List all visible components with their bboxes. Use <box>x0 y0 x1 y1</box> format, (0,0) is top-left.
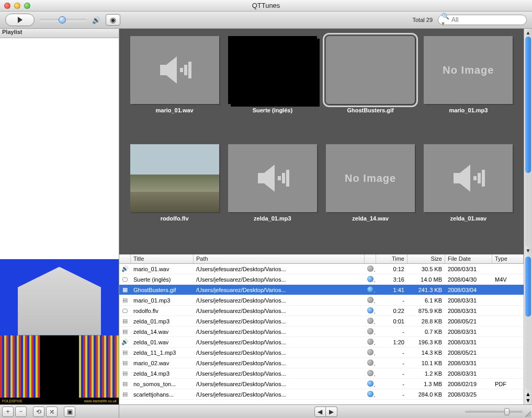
playlist-list[interactable] <box>0 38 119 259</box>
add-button[interactable]: ＋ <box>2 407 14 417</box>
row-kind-icon: 🔊 <box>119 264 131 273</box>
table-scroll-down-icon[interactable]: ▼ <box>525 397 531 403</box>
statusbar: ◀ ▶ <box>119 404 532 418</box>
col-title[interactable]: Title <box>131 254 194 263</box>
row-status <box>365 275 376 284</box>
remove-button[interactable]: － <box>15 407 27 417</box>
table-row[interactable]: 🖵Suerte (inglés)/Users/jefesuarez/Deskto… <box>119 274 524 285</box>
row-time: 1:20 <box>376 338 408 346</box>
resize-grip[interactable] <box>524 410 531 417</box>
row-type <box>492 362 524 364</box>
table-scroll-thumb[interactable] <box>525 257 531 317</box>
playlist-header: Playlist <box>0 29 119 38</box>
grid-thumbnail[interactable] <box>228 144 317 212</box>
zoom-thumb[interactable] <box>504 408 510 415</box>
table-scroll-up-icon[interactable]: ▲ <box>525 391 531 397</box>
row-size: 196.3 KB <box>408 338 445 346</box>
file-table: Title Path Time Size File Date Type 🔊mar… <box>119 254 532 404</box>
table-row[interactable]: ▤zelda_01.mp3/Users/jefesuarez/Desktop/V… <box>119 316 524 327</box>
table-row[interactable]: ▦GhostBusters.gif/Users/jefesuarez/Deskt… <box>119 285 524 295</box>
grid-item[interactable]: No Imagezelda_14.wav <box>323 144 418 250</box>
grid-thumbnail[interactable] <box>130 144 219 212</box>
play-button[interactable] <box>5 14 35 26</box>
no-image-label: No Image <box>443 64 494 76</box>
grid-thumbnail[interactable]: No Image <box>326 144 415 212</box>
grid-thumbnail[interactable] <box>424 144 513 212</box>
col-icon[interactable] <box>119 254 131 263</box>
grid-thumbnail[interactable] <box>130 36 219 104</box>
row-type <box>492 352 524 354</box>
table-row[interactable]: 🖵rodolfo.flv/Users/jefesuarez/Desktop/Va… <box>119 306 524 316</box>
grid-item[interactable]: rodolfo.flv <box>127 144 222 250</box>
table-scrollbar[interactable]: ▲ ▼ <box>524 254 532 404</box>
svg-marker-1 <box>166 56 177 84</box>
col-type[interactable]: Type <box>492 254 524 263</box>
toolbar: 🔊 ◉ Total 29 🔍▾ <box>0 11 532 29</box>
preview-footer-right: www.barbelith.co.uk <box>84 399 117 403</box>
row-size: 14.0 MB <box>408 275 445 284</box>
grid-thumbnail[interactable] <box>326 36 415 104</box>
table-row[interactable]: 🔊mario_01.wav/Users/jefesuarez/Desktop/V… <box>119 264 524 274</box>
fullscreen-button[interactable]: ▣ <box>64 407 75 417</box>
grid-item-label: mario_01.wav <box>156 107 194 113</box>
grid-item[interactable]: mario_01.wav <box>127 36 222 142</box>
row-kind-icon: ▤ <box>119 348 131 357</box>
preview-pane: FOLDSFIVE www.barbelith.co.uk <box>0 259 119 404</box>
col-time[interactable]: Time <box>376 254 408 263</box>
table-row[interactable]: ▤no_somos_ton.../Users/jefesuarez/Deskto… <box>119 379 524 389</box>
prev-button[interactable]: ◀ <box>314 407 326 417</box>
table-row[interactable]: ▤mario_01.mp3/Users/jefesuarez/Desktop/V… <box>119 295 524 306</box>
volume-thumb[interactable] <box>59 16 66 24</box>
row-time: - <box>376 328 408 336</box>
scroll-up-icon[interactable]: ▲ <box>526 30 531 36</box>
row-kind-icon: ▤ <box>119 369 131 378</box>
preview-footer-left: FOLDSFIVE <box>2 399 22 403</box>
col-path[interactable]: Path <box>194 254 365 263</box>
zoom-slider[interactable] <box>465 411 523 413</box>
shuffle-button[interactable]: ⤨ <box>46 407 58 417</box>
grid-item-label: zelda_01.wav <box>450 215 487 222</box>
svg-rect-13 <box>478 173 481 183</box>
grid-item-label: rodolfo.flv <box>161 215 189 222</box>
row-size: 1.3 MB <box>408 380 445 388</box>
repeat-button[interactable]: ⟲ <box>33 407 44 417</box>
col-status[interactable] <box>365 254 376 263</box>
grid-item[interactable]: zelda_01.wav <box>421 144 516 250</box>
table-header: Title Path Time Size File Date Type <box>119 254 524 264</box>
row-path: /Users/jefesuarez/Desktop/Varios... <box>194 380 365 388</box>
search-field[interactable]: 🔍▾ <box>438 15 527 25</box>
row-path: /Users/jefesuarez/Desktop/Varios... <box>194 265 365 273</box>
col-date[interactable]: File Date <box>445 254 492 263</box>
row-status <box>365 338 376 347</box>
grid-thumbnail[interactable]: No Image <box>424 36 513 104</box>
table-row[interactable]: ▤scarlettjohans.../Users/jefesuarez/Desk… <box>119 389 524 400</box>
search-input[interactable] <box>451 16 530 24</box>
table-row[interactable]: ▤mario_02.wav/Users/jefesuarez/Desktop/V… <box>119 358 524 368</box>
table-row[interactable]: 🔊zelda_01.wav/Users/jefesuarez/Desktop/V… <box>119 337 524 347</box>
row-title: scarlettjohans... <box>131 390 194 399</box>
table-row[interactable]: ▤zelda_14.mp3/Users/jefesuarez/Desktop/V… <box>119 368 524 379</box>
table-row[interactable]: ▤zelda_14.wav/Users/jefesuarez/Desktop/V… <box>119 327 524 337</box>
col-size[interactable]: Size <box>408 254 445 263</box>
preview-toggle-button[interactable]: ◉ <box>106 14 120 26</box>
row-path: /Users/jefesuarez/Desktop/Varios... <box>194 286 365 294</box>
scroll-down-icon[interactable]: ▼ <box>526 248 531 253</box>
row-kind-icon: ▤ <box>119 358 131 367</box>
row-date: 2008/05/21 <box>445 349 492 357</box>
grid-item[interactable]: GhostBusters.gif <box>323 36 418 142</box>
next-button[interactable]: ▶ <box>326 407 337 417</box>
grid-item[interactable]: No Imagemario_01.mp3 <box>421 36 516 142</box>
grid-scroll-thumb[interactable] <box>525 37 531 173</box>
table-row[interactable]: ▤zelda_11_1.mp3/Users/jefesuarez/Desktop… <box>119 347 524 358</box>
row-time: - <box>376 390 408 399</box>
grid-thumbnail[interactable] <box>228 36 317 104</box>
row-kind-icon: ▦ <box>119 285 131 294</box>
svg-rect-3 <box>184 65 187 75</box>
volume-slider[interactable] <box>40 19 87 21</box>
grid-item[interactable]: zelda_01.mp3 <box>224 144 320 250</box>
row-title: GhostBusters.gif <box>131 286 194 294</box>
grid-scrollbar[interactable]: ▲ ▼ <box>524 29 532 254</box>
row-size: 10.1 KB <box>408 359 445 367</box>
row-kind-icon: ▤ <box>119 327 131 336</box>
grid-item[interactable]: Suerte (inglés) <box>224 36 320 142</box>
